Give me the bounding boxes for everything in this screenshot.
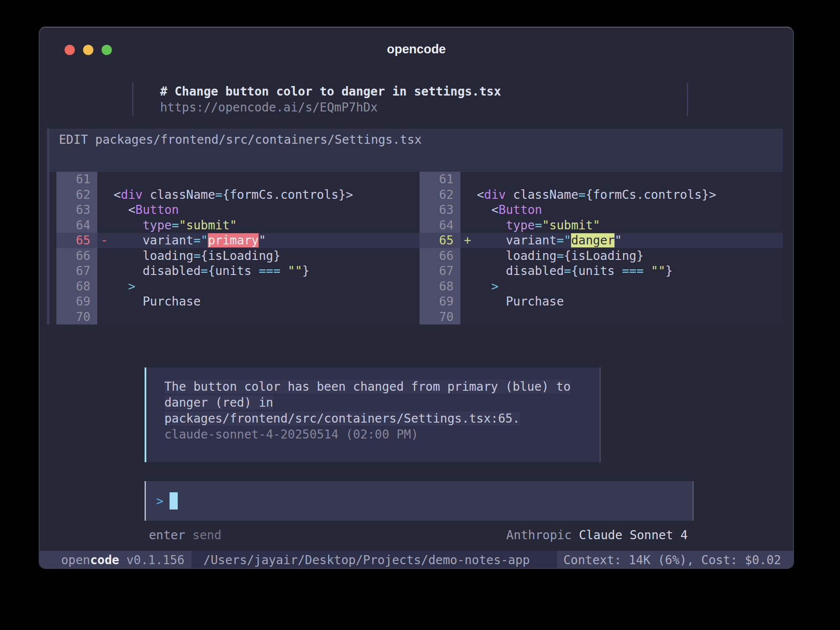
line-number: 64 bbox=[420, 218, 460, 233]
window-title: opencode bbox=[40, 42, 793, 56]
send-action-hint: send bbox=[192, 528, 221, 542]
diff-sign: + bbox=[460, 233, 477, 248]
diff-row: 68 > bbox=[56, 279, 420, 294]
share-url-link[interactable]: https://opencode.ai/s/EQmP7hDx bbox=[160, 99, 687, 115]
line-number: 63 bbox=[420, 202, 460, 218]
model-name: Claude Sonnet 4 bbox=[579, 528, 688, 542]
code-line: Purchase bbox=[114, 294, 420, 309]
line-number: 61 bbox=[56, 172, 97, 187]
assistant-message: The button color has been changed from p… bbox=[145, 368, 601, 462]
status-bar: opencode v0.1.156 /Users/jayair/Desktop/… bbox=[40, 551, 793, 569]
line-number: 68 bbox=[420, 279, 460, 294]
edit-action-label: EDIT bbox=[59, 133, 88, 147]
text-cursor bbox=[170, 492, 178, 510]
diff-sign bbox=[97, 279, 114, 294]
diff-sign bbox=[460, 172, 477, 187]
app-version: v0.1.156 bbox=[119, 553, 185, 567]
send-hint: enter send bbox=[149, 528, 222, 543]
prompt-chevron-icon: > bbox=[156, 494, 164, 508]
edit-tool-block: EDIT packages/frontend/src/containers/Se… bbox=[47, 129, 783, 324]
user-message: # Change button color to danger in setti… bbox=[132, 83, 688, 116]
diff-row: 66 loading={isLoading} bbox=[420, 248, 783, 264]
diff-sign bbox=[460, 279, 477, 294]
diff-pane-left: 61 62 <div className={formCs.controls}>6… bbox=[56, 172, 420, 324]
code-line: disabled={units === ""} bbox=[114, 263, 420, 279]
hints-row: enter send Anthropic Claude Sonnet 4 bbox=[149, 528, 688, 543]
diff-sign bbox=[97, 202, 114, 218]
line-number: 63 bbox=[56, 202, 97, 218]
diff-row: 64 type="submit" bbox=[420, 218, 783, 233]
line-number: 67 bbox=[420, 263, 460, 279]
code-line: variant="danger" bbox=[477, 233, 783, 248]
assistant-message-line: danger (red) in bbox=[164, 395, 599, 411]
diff-sign bbox=[97, 218, 114, 233]
enter-key-hint: enter bbox=[149, 528, 185, 542]
line-number: 66 bbox=[56, 248, 97, 264]
working-directory: /Users/jayair/Desktop/Projects/demo-note… bbox=[191, 551, 558, 569]
opencode-window: opencode # Change button color to danger… bbox=[39, 27, 794, 569]
app-name-open: open bbox=[61, 553, 90, 567]
code-line bbox=[114, 309, 420, 325]
line-number: 64 bbox=[56, 218, 97, 233]
chat-input[interactable]: > bbox=[145, 481, 694, 521]
diff-row: 68 > bbox=[420, 279, 783, 294]
line-number: 62 bbox=[56, 187, 97, 203]
line-number: 70 bbox=[56, 309, 97, 325]
app-version-chip: opencode v0.1.156 bbox=[40, 551, 191, 569]
code-line bbox=[477, 309, 783, 325]
code-line: loading={isLoading} bbox=[114, 248, 420, 264]
diff-row: 65- variant="primary" bbox=[56, 233, 420, 248]
diff-row: 69 Purchase bbox=[56, 294, 420, 309]
context-cost-chip: Context: 14K (6%), Cost: $0.02 bbox=[557, 551, 793, 569]
code-line: <Button bbox=[477, 202, 783, 218]
diff-sign bbox=[460, 294, 477, 309]
diff-row: 70 bbox=[56, 309, 420, 325]
line-number: 69 bbox=[56, 294, 97, 309]
code-line: loading={isLoading} bbox=[477, 248, 783, 264]
code-line: Purchase bbox=[477, 294, 783, 309]
code-line: <div className={formCs.controls}> bbox=[114, 187, 420, 203]
diff-sign bbox=[97, 248, 114, 264]
diff-sign bbox=[460, 202, 477, 218]
code-line: <Button bbox=[114, 202, 420, 218]
diff-sign bbox=[460, 263, 477, 279]
diff-row: 61 bbox=[56, 172, 420, 187]
edit-header: EDIT packages/frontend/src/containers/Se… bbox=[49, 129, 783, 148]
diff-sign bbox=[97, 172, 114, 187]
line-number: 65 bbox=[420, 233, 460, 248]
diff-sign bbox=[97, 309, 114, 325]
code-line: > bbox=[477, 279, 783, 294]
line-number: 69 bbox=[420, 294, 460, 309]
code-line bbox=[114, 172, 420, 187]
diff-row: 70 bbox=[420, 309, 783, 325]
diff-row: 66 loading={isLoading} bbox=[56, 248, 420, 264]
diff-sign bbox=[460, 187, 477, 203]
diff-row: 67 disabled={units === ""} bbox=[56, 263, 420, 279]
diff-row: 63 <Button bbox=[420, 202, 783, 218]
assistant-message-meta: claude-sonnet-4-20250514 (02:00 PM) bbox=[164, 426, 599, 442]
diff-sign bbox=[460, 309, 477, 325]
code-line: type="submit" bbox=[114, 218, 420, 233]
line-number: 68 bbox=[56, 279, 97, 294]
line-number: 62 bbox=[420, 187, 460, 203]
code-line: type="submit" bbox=[477, 218, 783, 233]
diff-row: 69 Purchase bbox=[420, 294, 783, 309]
diff-row: 62 <div className={formCs.controls}> bbox=[420, 187, 783, 203]
line-number: 66 bbox=[420, 248, 460, 264]
diff-row: 61 bbox=[420, 172, 783, 187]
diff-sign bbox=[97, 263, 114, 279]
diff-row: 67 disabled={units === ""} bbox=[420, 263, 783, 279]
user-message-heading: # Change button color to danger in setti… bbox=[160, 83, 687, 99]
line-number: 65 bbox=[56, 233, 97, 248]
diff-row: 62 <div className={formCs.controls}> bbox=[56, 187, 420, 203]
line-number: 70 bbox=[420, 309, 460, 325]
assistant-message-line: The button color has been changed from p… bbox=[164, 379, 599, 395]
title-bar: opencode bbox=[40, 28, 793, 60]
edit-file-path: packages/frontend/src/containers/Setting… bbox=[95, 133, 422, 147]
model-indicator: Anthropic Claude Sonnet 4 bbox=[506, 528, 688, 543]
line-number: 67 bbox=[56, 263, 97, 279]
diff-view: 61 62 <div className={formCs.controls}>6… bbox=[49, 172, 783, 324]
code-line bbox=[477, 172, 783, 187]
diff-sign bbox=[460, 248, 477, 264]
app-name-code: code bbox=[90, 553, 119, 567]
